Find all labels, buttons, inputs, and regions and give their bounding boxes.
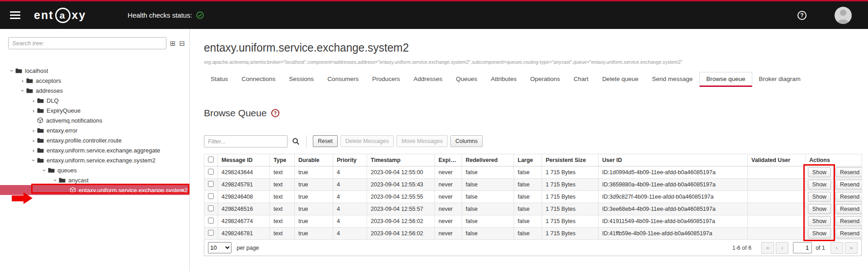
cell-large: false	[514, 166, 542, 179]
tab[interactable]: Browse queue	[699, 72, 752, 87]
first-page-button[interactable]: «	[761, 242, 774, 254]
cell-timestamp: 2023-09-04 12:55:57	[367, 203, 435, 215]
search-tree-input[interactable]	[8, 37, 166, 49]
tree-item-label: entaxy.error	[47, 127, 77, 134]
row-checkbox[interactable]	[208, 230, 214, 236]
tab[interactable]: Connections	[235, 72, 282, 87]
tab-label: Browse queue	[706, 76, 745, 82]
tree-item[interactable]: › entaxy.uniform.service.exchange.system…	[0, 155, 189, 165]
columns-button[interactable]: Columns	[450, 135, 482, 147]
cell-persistent-size: 1 715 Bytes	[542, 191, 599, 203]
tab[interactable]: Broker diagram	[752, 72, 807, 87]
row-checkbox[interactable]	[208, 193, 214, 199]
prev-page-button[interactable]: ‹	[776, 242, 788, 254]
tree-expander-icon[interactable]: ›	[30, 107, 37, 114]
per-page-select[interactable]: 10	[208, 242, 231, 253]
tree-item[interactable]: › entaxy.uniform.service.exchange.aggreg…	[0, 145, 189, 155]
tree-expander-icon[interactable]: ›	[30, 157, 37, 164]
tree-item[interactable]: activemq.notifications	[0, 115, 189, 125]
tree-item[interactable]: › queues	[0, 165, 189, 175]
tree-expander-icon[interactable]: ›	[19, 77, 26, 84]
move-messages-button[interactable]: Move Messages	[396, 135, 448, 147]
tab-label: Queues	[456, 76, 477, 82]
tree-item[interactable]: entaxy.uniform.service.exchange.system2 …	[0, 185, 189, 195]
tree-item-label: DLQ	[47, 97, 59, 104]
tab[interactable]: Queues	[449, 72, 484, 87]
tab[interactable]: Addresses	[407, 72, 449, 87]
tree-expander-icon[interactable]: ›	[9, 67, 15, 74]
show-button[interactable]: Show	[808, 167, 831, 177]
expand-all-icon[interactable]: ⊞	[170, 40, 176, 47]
health-ok-icon[interactable]	[196, 11, 204, 19]
resend-button[interactable]: Resend	[835, 204, 862, 214]
section-help-icon[interactable]: ?	[271, 109, 279, 117]
tab[interactable]: Producers	[365, 72, 407, 87]
show-button[interactable]: Show	[808, 180, 831, 190]
tab-label: Status	[211, 76, 228, 82]
row-checkbox[interactable]	[208, 181, 214, 187]
current-page-input[interactable]	[793, 242, 812, 253]
tab[interactable]: Status	[204, 72, 235, 87]
tab[interactable]: Consumers	[321, 72, 365, 87]
entaxy-logo: entaxy	[34, 8, 86, 23]
tab-label: Addresses	[414, 76, 443, 82]
cell-user-id: ID:3d9c827f-4b09-11ee-afdd-b0a46085197a	[599, 191, 748, 203]
tree-item[interactable]: › DLQ	[0, 95, 189, 105]
tree-expander-icon[interactable]: ›	[30, 127, 37, 134]
queue-cube-icon	[37, 117, 43, 124]
folder-icon	[15, 68, 22, 74]
tab[interactable]: Chart	[567, 72, 595, 87]
cell-type: text	[270, 228, 295, 240]
last-page-button[interactable]: »	[845, 242, 858, 254]
reset-button[interactable]: Reset	[313, 135, 338, 147]
user-avatar[interactable]	[835, 7, 852, 24]
section-header: Browse Queue ?	[204, 108, 862, 119]
resend-button[interactable]: Resend	[835, 167, 862, 177]
tree-expander-icon[interactable]: ›	[41, 166, 48, 174]
tab-label: Chart	[574, 76, 589, 82]
tree-item[interactable]: › entaxy.error	[0, 125, 189, 135]
row-checkbox[interactable]	[208, 218, 214, 223]
show-button[interactable]: Show	[808, 228, 831, 238]
help-icon[interactable]: ?	[797, 11, 807, 20]
resend-button[interactable]: Resend	[835, 228, 862, 238]
row-checkbox[interactable]	[208, 169, 214, 175]
tab[interactable]: Delete queue	[595, 72, 645, 87]
next-page-button[interactable]: ›	[830, 242, 843, 254]
search-icon[interactable]	[292, 138, 300, 145]
cell-user-id: ID:3659880a-4b09-11ee-afdd-b0a46085197a	[599, 179, 748, 191]
select-all-checkbox[interactable]	[208, 157, 214, 162]
row-checkbox[interactable]	[208, 205, 214, 211]
tree-expander-icon[interactable]: ›	[30, 97, 37, 104]
tree-item[interactable]: › entaxy.profile.controller.route	[0, 135, 189, 145]
menu-hamburger-icon[interactable]	[10, 11, 20, 19]
tree-item[interactable]: › ExpiryQueue	[0, 105, 189, 115]
show-button[interactable]: Show	[808, 216, 831, 226]
tree-expander-icon[interactable]: ›	[30, 147, 37, 154]
tree-expander-icon[interactable]: ›	[19, 87, 26, 94]
show-button[interactable]: Show	[808, 192, 831, 202]
tree-item[interactable]: › localhost	[0, 66, 189, 76]
cell-durable: true	[295, 179, 333, 191]
tree-item[interactable]: › addresses	[0, 86, 189, 95]
cell-validated-user	[748, 191, 806, 203]
resend-button[interactable]: Resend	[835, 180, 862, 190]
tab[interactable]: Operations	[524, 72, 567, 87]
app-header: entaxy Health checks status: ?	[0, 1, 868, 29]
table-toolbar: Reset Delete Messages Move Messages Colu…	[204, 135, 862, 147]
show-button[interactable]: Show	[808, 204, 831, 214]
tree-item[interactable]: › acceptors	[0, 76, 189, 86]
collapse-all-icon[interactable]: ⊟	[179, 40, 185, 47]
delete-messages-button[interactable]: Delete Messages	[340, 135, 394, 147]
resend-button[interactable]: Resend	[835, 216, 862, 226]
tree-expander-icon[interactable]: ›	[30, 137, 37, 144]
tree-expander-icon[interactable]: ›	[52, 176, 59, 184]
resend-button[interactable]: Resend	[835, 192, 862, 202]
tab[interactable]: Sessions	[282, 72, 321, 87]
tab[interactable]: Attributes	[484, 72, 524, 87]
tree-item-label: activemq.notifications	[46, 117, 102, 124]
cell-large: false	[514, 191, 542, 203]
filter-input[interactable]	[204, 135, 288, 147]
tree-item[interactable]: › anycast	[0, 175, 189, 185]
tab[interactable]: Send message	[645, 72, 699, 87]
